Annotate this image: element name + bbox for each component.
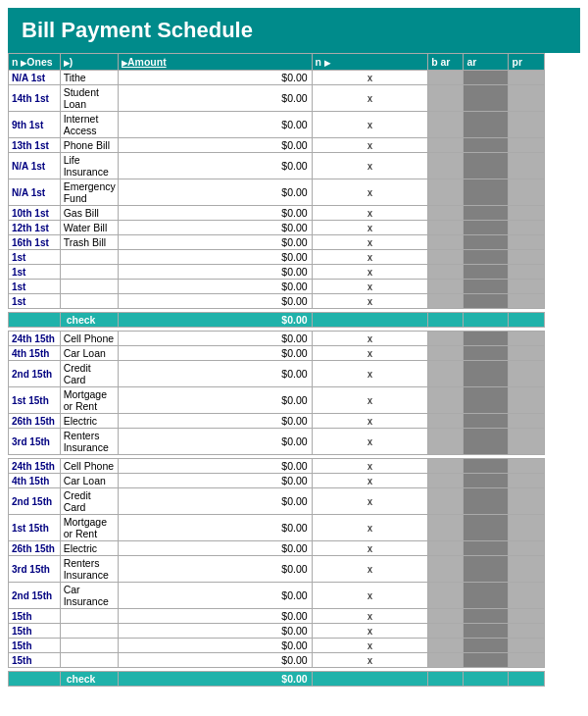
cell-pr — [509, 265, 544, 280]
cell-ar — [464, 653, 509, 668]
cell-day: 16th 1st — [9, 235, 61, 250]
cell-amount: $0.00 — [118, 583, 312, 609]
cell-desc: Cell Phone — [60, 332, 118, 346]
cell-day: 24th 15th — [9, 459, 61, 474]
check-amount: $0.00 — [118, 672, 312, 687]
cell-day: 2nd 15th — [9, 361, 61, 387]
check-x — [312, 672, 428, 687]
cell-pr — [509, 361, 544, 387]
cell-day: 15th — [9, 624, 61, 639]
table-row: 3rd 15thRenters Insurance$0.00x — [9, 429, 580, 455]
cell-desc — [60, 624, 118, 639]
cell-pr — [509, 250, 544, 265]
table-row: 26th 15thElectric$0.00x — [9, 541, 580, 556]
cell-x: x — [312, 138, 428, 153]
cell-amount: $0.00 — [118, 235, 312, 250]
cell-ar — [464, 459, 509, 474]
cell-x: x — [312, 179, 428, 206]
cell-ar — [464, 71, 509, 85]
cell-desc — [60, 294, 118, 309]
cell-desc — [60, 653, 118, 668]
header-ar: ar — [464, 54, 509, 71]
cell-desc: Renters Insurance — [60, 556, 118, 583]
cell-bar — [428, 250, 464, 265]
cell-bar — [428, 346, 464, 361]
cell-bar — [428, 221, 464, 235]
cell-pr — [509, 459, 544, 474]
cell-day: 1st — [9, 250, 61, 265]
cell-amount: $0.00 — [118, 250, 312, 265]
cell-x: x — [312, 653, 428, 668]
cell-desc: Tithe — [60, 71, 118, 85]
cell-ar — [464, 609, 509, 624]
cell-pr — [509, 609, 544, 624]
table-row: 15th$0.00x — [9, 609, 580, 624]
cell-day: 14th 1st — [9, 85, 61, 112]
cell-bar — [428, 387, 464, 414]
cell-desc: Student Loan — [60, 85, 118, 112]
cell-x: x — [312, 488, 428, 515]
cell-x: x — [312, 459, 428, 474]
cell-ar — [464, 138, 509, 153]
cell-bar — [428, 429, 464, 455]
cell-amount: $0.00 — [118, 206, 312, 221]
cell-amount: $0.00 — [118, 459, 312, 474]
cell-day: 4th 15th — [9, 474, 61, 488]
cell-pr — [509, 206, 544, 221]
cell-desc: Mortgage or Rent — [60, 387, 118, 414]
cell-pr — [509, 515, 544, 541]
cell-amount: $0.00 — [118, 71, 312, 85]
cell-pr — [509, 179, 544, 206]
cell-pr — [509, 624, 544, 639]
cell-day: 26th 15th — [9, 541, 61, 556]
cell-desc: Life Insurance — [60, 153, 118, 179]
cell-amount: $0.00 — [118, 112, 312, 138]
cell-ar — [464, 221, 509, 235]
cell-bar — [428, 71, 464, 85]
check-bar — [428, 313, 464, 328]
cell-pr — [509, 639, 544, 653]
cell-bar — [428, 235, 464, 250]
cell-pr — [509, 583, 544, 609]
cell-desc: Trash Bill — [60, 235, 118, 250]
cell-desc — [60, 609, 118, 624]
cell-desc: Electric — [60, 414, 118, 429]
cell-pr — [509, 474, 544, 488]
cell-desc — [60, 639, 118, 653]
cell-desc: Mortgage or Rent — [60, 515, 118, 541]
cell-bar — [428, 488, 464, 515]
cell-ar — [464, 387, 509, 414]
check-empty1 — [9, 313, 61, 328]
cell-x: x — [312, 153, 428, 179]
cell-pr — [509, 235, 544, 250]
cell-bar — [428, 583, 464, 609]
cell-amount: $0.00 — [118, 332, 312, 346]
cell-amount: $0.00 — [118, 429, 312, 455]
cell-bar — [428, 265, 464, 280]
cell-desc: Credit Card — [60, 361, 118, 387]
cell-amount: $0.00 — [118, 294, 312, 309]
table-row: N/A 1stTithe$0.00x — [9, 71, 580, 85]
cell-x: x — [312, 515, 428, 541]
cell-amount: $0.00 — [118, 280, 312, 294]
cell-ar — [464, 541, 509, 556]
check-amount: $0.00 — [118, 313, 312, 328]
cell-day: 3rd 15th — [9, 556, 61, 583]
table-row: 2nd 15thCredit Card$0.00x — [9, 488, 580, 515]
header-bar: b ar — [428, 54, 464, 71]
cell-day: 1st 15th — [9, 515, 61, 541]
check-pr — [509, 313, 544, 328]
cell-desc: Cell Phone — [60, 459, 118, 474]
cell-ar — [464, 488, 509, 515]
cell-desc: Car Loan — [60, 474, 118, 488]
page: Bill Payment Schedule n ▶Ones ▶) ▶A — [0, 0, 588, 694]
cell-amount: $0.00 — [118, 387, 312, 414]
cell-desc: Gas Bill — [60, 206, 118, 221]
cell-x: x — [312, 71, 428, 85]
table-row: 1st 15thMortgage or Rent$0.00x — [9, 387, 580, 414]
table-row: 1st$0.00x — [9, 250, 580, 265]
cell-day: 2nd 15th — [9, 488, 61, 515]
cell-x: x — [312, 361, 428, 387]
check-x — [312, 313, 428, 328]
cell-pr — [509, 387, 544, 414]
